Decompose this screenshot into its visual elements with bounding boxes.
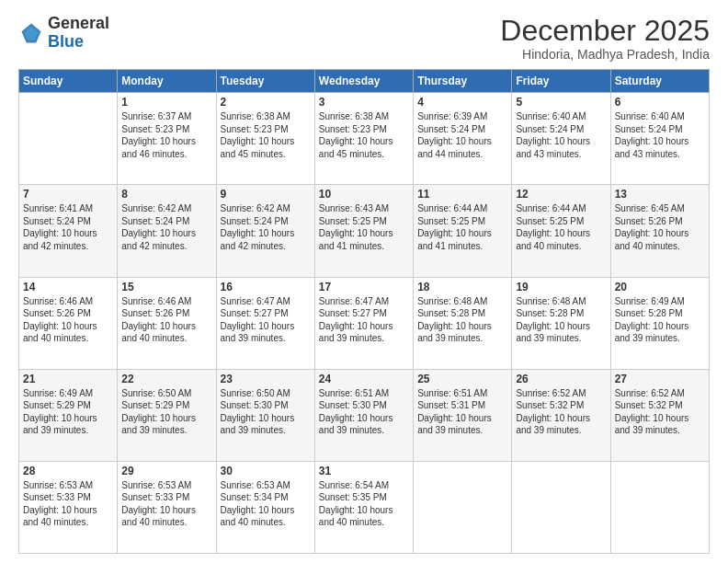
day-info: Sunrise: 6:49 AMSunset: 5:29 PMDaylight:… — [23, 387, 113, 437]
table-row: 12 Sunrise: 6:44 AMSunset: 5:25 PMDaylig… — [512, 185, 610, 277]
header-sunday: Sunday — [19, 70, 118, 93]
day-number: 5 — [516, 96, 606, 109]
calendar-week-row: 28 Sunrise: 6:53 AMSunset: 5:33 PMDaylig… — [19, 461, 710, 553]
calendar-table: Sunday Monday Tuesday Wednesday Thursday… — [18, 69, 710, 554]
page: General Blue December 2025 Hindoria, Mad… — [0, 0, 728, 563]
table-row: 6 Sunrise: 6:40 AMSunset: 5:24 PMDayligh… — [610, 93, 709, 185]
table-row: 15 Sunrise: 6:46 AMSunset: 5:26 PMDaylig… — [118, 277, 216, 369]
table-row: 8 Sunrise: 6:42 AMSunset: 5:24 PMDayligh… — [118, 185, 216, 277]
day-number: 1 — [121, 96, 211, 109]
day-number: 3 — [319, 96, 409, 109]
day-info: Sunrise: 6:44 AMSunset: 5:25 PMDaylight:… — [516, 202, 606, 252]
table-row — [414, 461, 512, 553]
day-number: 12 — [516, 188, 606, 201]
day-info: Sunrise: 6:53 AMSunset: 5:33 PMDaylight:… — [23, 479, 113, 529]
table-row: 29 Sunrise: 6:53 AMSunset: 5:33 PMDaylig… — [118, 461, 216, 553]
table-row: 10 Sunrise: 6:43 AMSunset: 5:25 PMDaylig… — [314, 185, 413, 277]
day-number: 7 — [23, 188, 113, 201]
weekday-header-row: Sunday Monday Tuesday Wednesday Thursday… — [19, 70, 710, 93]
subtitle: Hindoria, Madhya Pradesh, India — [500, 47, 710, 62]
day-number: 22 — [121, 373, 211, 385]
day-number: 27 — [615, 373, 705, 385]
day-info: Sunrise: 6:46 AMSunset: 5:26 PMDaylight:… — [121, 295, 211, 345]
header-wednesday: Wednesday — [314, 70, 413, 93]
day-info: Sunrise: 6:53 AMSunset: 5:34 PMDaylight:… — [221, 479, 311, 529]
day-number: 2 — [221, 96, 311, 109]
table-row: 20 Sunrise: 6:49 AMSunset: 5:28 PMDaylig… — [610, 277, 709, 369]
day-number: 16 — [221, 281, 311, 293]
calendar-week-row: 14 Sunrise: 6:46 AMSunset: 5:26 PMDaylig… — [19, 277, 710, 369]
day-number: 21 — [23, 373, 113, 385]
day-info: Sunrise: 6:49 AMSunset: 5:28 PMDaylight:… — [615, 295, 705, 345]
day-number: 6 — [615, 96, 705, 109]
header-monday: Monday — [118, 70, 216, 93]
day-number: 29 — [121, 465, 211, 477]
table-row — [512, 461, 610, 553]
header-friday: Friday — [512, 70, 610, 93]
day-info: Sunrise: 6:42 AMSunset: 5:24 PMDaylight:… — [221, 202, 311, 252]
table-row: 23 Sunrise: 6:50 AMSunset: 5:30 PMDaylig… — [216, 369, 314, 461]
day-number: 14 — [23, 281, 113, 293]
day-number: 31 — [319, 465, 409, 477]
day-info: Sunrise: 6:39 AMSunset: 5:24 PMDaylight:… — [417, 110, 507, 160]
day-info: Sunrise: 6:41 AMSunset: 5:24 PMDaylight:… — [23, 202, 113, 252]
day-number: 9 — [221, 188, 311, 201]
header: General Blue December 2025 Hindoria, Mad… — [18, 15, 710, 62]
day-info: Sunrise: 6:54 AMSunset: 5:35 PMDaylight:… — [319, 479, 409, 529]
day-number: 13 — [615, 188, 705, 201]
table-row: 3 Sunrise: 6:38 AMSunset: 5:23 PMDayligh… — [314, 93, 413, 185]
day-number: 23 — [221, 373, 311, 385]
day-number: 11 — [417, 188, 507, 201]
day-number: 18 — [417, 281, 507, 293]
day-info: Sunrise: 6:42 AMSunset: 5:24 PMDaylight:… — [121, 202, 211, 252]
day-info: Sunrise: 6:47 AMSunset: 5:27 PMDaylight:… — [221, 295, 311, 345]
day-info: Sunrise: 6:52 AMSunset: 5:32 PMDaylight:… — [615, 387, 705, 437]
table-row: 11 Sunrise: 6:44 AMSunset: 5:25 PMDaylig… — [414, 185, 512, 277]
day-info: Sunrise: 6:46 AMSunset: 5:26 PMDaylight:… — [23, 295, 113, 345]
table-row: 9 Sunrise: 6:42 AMSunset: 5:24 PMDayligh… — [216, 185, 314, 277]
day-number: 19 — [516, 281, 606, 293]
logo-blue-text: Blue — [48, 32, 84, 51]
day-info: Sunrise: 6:37 AMSunset: 5:23 PMDaylight:… — [121, 110, 211, 160]
table-row: 21 Sunrise: 6:49 AMSunset: 5:29 PMDaylig… — [19, 369, 118, 461]
day-info: Sunrise: 6:53 AMSunset: 5:33 PMDaylight:… — [121, 479, 211, 529]
day-number: 30 — [221, 465, 311, 477]
header-thursday: Thursday — [414, 70, 512, 93]
table-row: 4 Sunrise: 6:39 AMSunset: 5:24 PMDayligh… — [414, 93, 512, 185]
day-info: Sunrise: 6:48 AMSunset: 5:28 PMDaylight:… — [516, 295, 606, 345]
table-row: 5 Sunrise: 6:40 AMSunset: 5:24 PMDayligh… — [512, 93, 610, 185]
header-saturday: Saturday — [610, 70, 709, 93]
table-row — [610, 461, 709, 553]
day-number: 26 — [516, 373, 606, 385]
table-row: 17 Sunrise: 6:47 AMSunset: 5:27 PMDaylig… — [314, 277, 413, 369]
table-row: 24 Sunrise: 6:51 AMSunset: 5:30 PMDaylig… — [314, 369, 413, 461]
day-number: 28 — [23, 465, 113, 477]
day-info: Sunrise: 6:40 AMSunset: 5:24 PMDaylight:… — [615, 110, 705, 160]
table-row: 22 Sunrise: 6:50 AMSunset: 5:29 PMDaylig… — [118, 369, 216, 461]
day-number: 20 — [615, 281, 705, 293]
main-title: December 2025 — [500, 15, 710, 47]
day-info: Sunrise: 6:38 AMSunset: 5:23 PMDaylight:… — [221, 110, 311, 160]
day-number: 4 — [417, 96, 507, 109]
day-info: Sunrise: 6:48 AMSunset: 5:28 PMDaylight:… — [417, 295, 507, 345]
day-info: Sunrise: 6:50 AMSunset: 5:29 PMDaylight:… — [121, 387, 211, 437]
table-row: 14 Sunrise: 6:46 AMSunset: 5:26 PMDaylig… — [19, 277, 118, 369]
day-info: Sunrise: 6:51 AMSunset: 5:30 PMDaylight:… — [319, 387, 409, 437]
calendar-week-row: 7 Sunrise: 6:41 AMSunset: 5:24 PMDayligh… — [19, 185, 710, 277]
day-info: Sunrise: 6:40 AMSunset: 5:24 PMDaylight:… — [516, 110, 606, 160]
day-number: 15 — [121, 281, 211, 293]
day-number: 17 — [319, 281, 409, 293]
day-number: 8 — [121, 188, 211, 201]
logo-general-text: General — [48, 14, 109, 32]
table-row: 2 Sunrise: 6:38 AMSunset: 5:23 PMDayligh… — [216, 93, 314, 185]
day-number: 25 — [417, 373, 507, 385]
table-row: 27 Sunrise: 6:52 AMSunset: 5:32 PMDaylig… — [610, 369, 709, 461]
title-block: December 2025 Hindoria, Madhya Pradesh, … — [500, 15, 710, 62]
day-number: 10 — [319, 188, 409, 201]
table-row: 19 Sunrise: 6:48 AMSunset: 5:28 PMDaylig… — [512, 277, 610, 369]
table-row: 26 Sunrise: 6:52 AMSunset: 5:32 PMDaylig… — [512, 369, 610, 461]
calendar-week-row: 21 Sunrise: 6:49 AMSunset: 5:29 PMDaylig… — [19, 369, 710, 461]
day-info: Sunrise: 6:45 AMSunset: 5:26 PMDaylight:… — [615, 202, 705, 252]
day-number: 24 — [319, 373, 409, 385]
header-tuesday: Tuesday — [216, 70, 314, 93]
